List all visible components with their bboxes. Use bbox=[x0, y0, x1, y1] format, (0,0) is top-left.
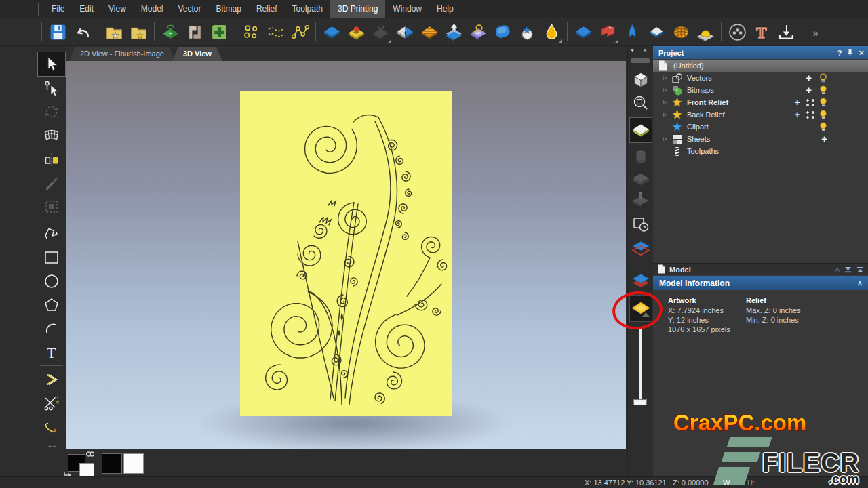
tree-item-sheets[interactable]: ▷ Sheets + bbox=[653, 133, 868, 145]
relief-blue2-icon[interactable] bbox=[571, 20, 595, 44]
overflow-icon[interactable]: » bbox=[806, 20, 830, 44]
add-relief-layer-button[interactable]: + bbox=[794, 111, 800, 118]
close-icon[interactable]: × bbox=[859, 49, 864, 56]
tree-item-untitled[interactable]: (Untitled) bbox=[653, 60, 868, 72]
striped-relief-icon[interactable] bbox=[417, 20, 441, 44]
undo-icon[interactable] bbox=[70, 20, 94, 44]
flat-relief-selected-icon[interactable] bbox=[630, 118, 652, 142]
menu-toolpath[interactable]: Toolpath bbox=[285, 0, 330, 18]
fold-ribbon-icon[interactable] bbox=[595, 20, 620, 44]
droplet-icon[interactable] bbox=[539, 20, 564, 44]
depth-slider-handle[interactable] bbox=[633, 399, 647, 405]
add-multiple-layers-button[interactable] bbox=[806, 98, 815, 107]
tree-item-back-relief[interactable]: ▷ Back Relief + bbox=[653, 108, 868, 121]
tree-item-toolpaths[interactable]: Toolpaths bbox=[653, 145, 868, 157]
add-bitmap-button[interactable]: + bbox=[806, 87, 812, 94]
expand-icon[interactable]: ▷ bbox=[663, 136, 672, 142]
tree-item-clipart[interactable]: Clipart bbox=[653, 121, 868, 133]
palette-black-swatch[interactable] bbox=[102, 453, 122, 474]
smooth-relief-icon[interactable] bbox=[490, 20, 515, 44]
secondary-color-swatch[interactable] bbox=[79, 463, 94, 478]
menu-relief[interactable]: Relief bbox=[249, 0, 285, 18]
smoothing-points-icon[interactable] bbox=[263, 20, 288, 44]
menu-view[interactable]: View bbox=[101, 0, 134, 18]
visibility-bulb-on-icon[interactable] bbox=[819, 110, 827, 119]
fillet-icon[interactable] bbox=[38, 415, 65, 439]
canvas-3d-view[interactable] bbox=[66, 61, 626, 449]
panel-close-icon[interactable]: × bbox=[643, 46, 647, 54]
layers-blue-red2-icon[interactable] bbox=[630, 270, 652, 291]
tree-item-bitmaps[interactable]: ▷ Bitmaps + bbox=[653, 84, 868, 96]
menu-vector[interactable]: Vector bbox=[171, 0, 209, 18]
extrude-plume-icon[interactable] bbox=[620, 20, 644, 44]
menu-3d-printing[interactable]: 3D Printing bbox=[330, 0, 385, 18]
relief-blue-icon[interactable] bbox=[319, 20, 344, 44]
expand-icon[interactable]: ▷ bbox=[663, 100, 672, 105]
polyline-icon[interactable] bbox=[38, 222, 65, 245]
magic-select-icon[interactable] bbox=[38, 195, 65, 218]
node-graph-icon[interactable] bbox=[288, 20, 312, 44]
paint-brush-icon[interactable] bbox=[38, 171, 65, 195]
macro-icon[interactable] bbox=[725, 20, 749, 44]
add-vectors-button[interactable]: + bbox=[806, 75, 812, 81]
polygon-icon[interactable] bbox=[38, 293, 65, 317]
add-sheet-button[interactable]: + bbox=[821, 136, 827, 142]
visibility-bulb-on-icon[interactable] bbox=[819, 122, 827, 131]
collapse-up-icon[interactable] bbox=[856, 266, 864, 273]
select-arrow-icon[interactable] bbox=[38, 52, 65, 76]
press-disabled-icon[interactable] bbox=[630, 188, 652, 210]
collapse-down-icon[interactable] bbox=[844, 266, 852, 273]
trim-scissors-icon[interactable]: ✕ bbox=[38, 391, 65, 415]
expand-icon[interactable]: ▷ bbox=[663, 112, 672, 117]
mirror-icon[interactable] bbox=[38, 147, 65, 171]
tree-item-vectors[interactable]: ▷ Vectors + bbox=[653, 72, 868, 84]
preview-clock-icon[interactable] bbox=[630, 214, 652, 235]
new-model-icon[interactable] bbox=[158, 20, 182, 44]
palette-white-swatch[interactable] bbox=[123, 453, 144, 474]
add-model-icon[interactable] bbox=[207, 20, 231, 44]
tab-2d-view[interactable]: 2D View - Flourish-Image bbox=[69, 47, 175, 61]
pin-icon[interactable] bbox=[847, 49, 853, 57]
text-tool-icon[interactable]: T bbox=[749, 20, 774, 44]
ellipse-icon[interactable] bbox=[38, 269, 65, 293]
add-multiple-layers-button[interactable] bbox=[806, 110, 815, 119]
depth-slider-track[interactable] bbox=[639, 329, 642, 405]
visibility-bulb-on-icon[interactable] bbox=[819, 85, 827, 95]
tree-item-front-relief[interactable]: ▷ Front Relief + bbox=[653, 96, 868, 108]
menu-model[interactable]: Model bbox=[134, 0, 171, 18]
emboss-red-dot-icon[interactable] bbox=[344, 20, 368, 44]
save-icon[interactable] bbox=[45, 20, 70, 44]
model-information-header[interactable]: Model Information ∧ bbox=[653, 276, 868, 290]
link-colors-icon[interactable] bbox=[85, 451, 95, 458]
add-relief-layer-button[interactable]: + bbox=[794, 99, 800, 106]
text-icon[interactable]: T bbox=[38, 340, 65, 364]
import-icon[interactable] bbox=[774, 20, 798, 44]
zoom-box-icon[interactable] bbox=[630, 92, 652, 114]
raise-relief-icon[interactable] bbox=[441, 20, 466, 44]
help-icon[interactable]: ? bbox=[837, 49, 842, 57]
menu-window[interactable]: Window bbox=[385, 0, 429, 18]
node-edit-icon[interactable] bbox=[38, 76, 65, 100]
panel-collapse-icon[interactable]: ▾ bbox=[631, 46, 634, 54]
slab-disabled-icon[interactable] bbox=[630, 168, 652, 190]
toolbar-grip[interactable] bbox=[631, 58, 650, 63]
rotate-icon[interactable] bbox=[38, 100, 65, 123]
menu-edit[interactable]: Edit bbox=[72, 0, 101, 18]
split-relief-icon[interactable] bbox=[393, 20, 417, 44]
flatten-relief-icon[interactable] bbox=[644, 20, 669, 44]
expand-icon[interactable]: ▷ bbox=[663, 87, 672, 93]
model-size-icon[interactable] bbox=[182, 20, 207, 44]
texture-star-icon[interactable]: ★ bbox=[515, 20, 539, 44]
arc-icon[interactable] bbox=[38, 317, 65, 340]
visibility-bulb-on-icon[interactable] bbox=[819, 98, 827, 107]
menu-help[interactable]: Help bbox=[429, 0, 461, 18]
more-tools-icon[interactable]: ⌄⌄ bbox=[47, 441, 56, 449]
weave-relief-icon[interactable] bbox=[669, 20, 693, 44]
expand-icon[interactable]: ▷ bbox=[663, 75, 672, 81]
menu-file[interactable]: File bbox=[44, 0, 72, 18]
visibility-bulb-off-icon[interactable] bbox=[819, 73, 827, 83]
tab-3d-view[interactable]: 3D View bbox=[172, 47, 222, 61]
cylinder-disabled-icon[interactable] bbox=[630, 146, 652, 168]
lasso-relief-icon[interactable] bbox=[466, 20, 490, 44]
point-cloud-icon[interactable] bbox=[239, 20, 263, 44]
